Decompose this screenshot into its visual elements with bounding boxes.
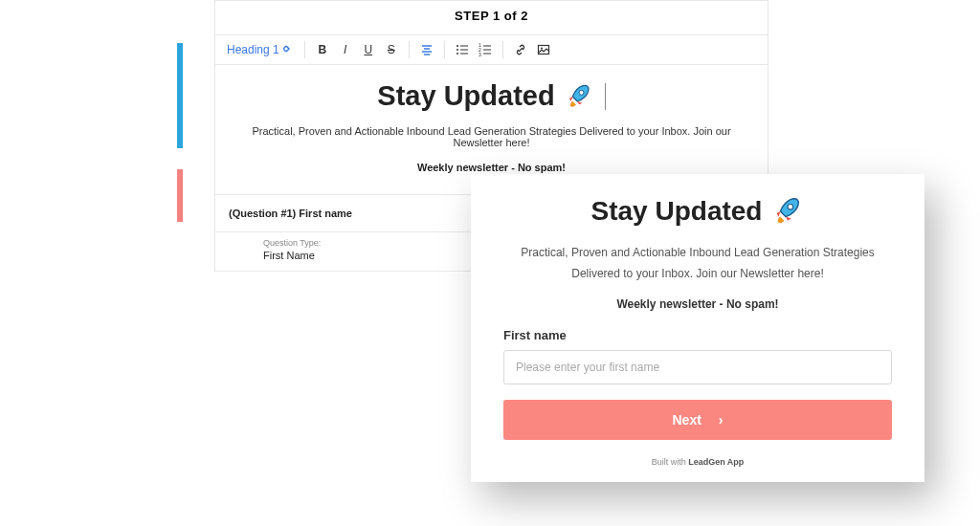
editor-subtitle: Practical, Proven and Actionable Inbound… xyxy=(238,125,745,148)
built-with-prefix: Built with xyxy=(652,457,689,467)
accent-bar-coral xyxy=(177,169,183,222)
preview-note: Weekly newsletter - No spam! xyxy=(503,297,892,311)
first-name-input[interactable] xyxy=(503,350,892,384)
editor-toolbar: Heading 1 B I U S 123 xyxy=(215,34,768,65)
built-with-footer: Built with LeadGen App xyxy=(503,457,892,467)
built-with-brand: LeadGen App xyxy=(688,457,744,467)
strikethrough-button[interactable]: S xyxy=(382,39,401,60)
svg-point-8 xyxy=(579,90,584,95)
preview-card: Stay Updated Practical, Proven and Actio… xyxy=(471,174,924,482)
next-button[interactable]: Next › xyxy=(503,400,892,440)
underline-button[interactable]: U xyxy=(359,39,378,60)
svg-point-1 xyxy=(457,49,458,51)
italic-button[interactable]: I xyxy=(336,39,355,60)
toolbar-separator xyxy=(444,41,445,58)
unordered-list-button[interactable] xyxy=(453,39,472,60)
editor-note: Weekly newsletter - No spam! xyxy=(238,162,745,173)
chevron-right-icon: › xyxy=(719,412,724,427)
editor-title-text: Stay Updated xyxy=(377,80,554,112)
accent-bar-blue xyxy=(177,43,183,148)
next-button-label: Next xyxy=(672,412,701,427)
step-header: STEP 1 of 2 xyxy=(215,1,768,34)
svg-text:3: 3 xyxy=(479,52,481,56)
svg-point-0 xyxy=(457,45,458,47)
caret-icon xyxy=(283,43,293,56)
toolbar-separator xyxy=(502,41,503,58)
align-button[interactable] xyxy=(417,39,436,60)
toolbar-separator xyxy=(409,41,410,58)
heading-select[interactable]: Heading 1 xyxy=(223,41,297,58)
editor-title: Stay Updated xyxy=(377,80,605,112)
preview-subtitle: Practical, Proven and Actionable Inbound… xyxy=(503,243,892,284)
ordered-list-button[interactable]: 123 xyxy=(476,39,495,60)
rocket-icon xyxy=(771,195,804,228)
heading-select-label: Heading 1 xyxy=(227,43,279,56)
toolbar-separator xyxy=(304,41,305,58)
preview-title-text: Stay Updated xyxy=(591,196,763,227)
svg-point-2 xyxy=(457,53,458,55)
rocket-icon xyxy=(565,82,593,111)
preview-title: Stay Updated xyxy=(503,195,892,228)
svg-point-9 xyxy=(788,204,793,209)
first-name-label: First name xyxy=(503,328,892,342)
bold-button[interactable]: B xyxy=(313,39,332,60)
image-button[interactable] xyxy=(534,39,553,60)
link-button[interactable] xyxy=(511,39,530,60)
